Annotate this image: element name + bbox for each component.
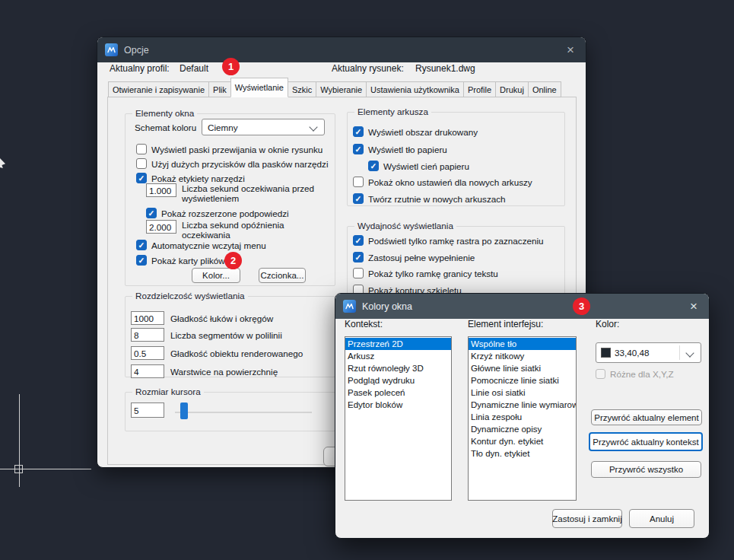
checkbox-label: Pokaż karty plików	[151, 256, 225, 266]
checked-checkbox[interactable]: ✓	[136, 173, 147, 183]
unchecked-checkbox[interactable]	[136, 144, 147, 154]
tab-wybieranie[interactable]: Wybieranie	[316, 81, 367, 97]
context-label: Kontekst:	[345, 319, 383, 329]
unchecked-checkbox[interactable]	[136, 158, 147, 169]
group-title: Rozdzielczość wyświetlania	[132, 291, 248, 301]
resolution-label: Gładkość obiektu renderowanego	[170, 348, 303, 358]
list-item[interactable]: Dynamiczne linie wymiarowe	[469, 399, 576, 411]
checked-checkbox[interactable]: ✓	[353, 235, 364, 246]
list-item[interactable]: Wspólne tło	[469, 338, 576, 350]
resolution-input[interactable]	[131, 346, 164, 360]
unchecked-checkbox[interactable]	[353, 268, 364, 278]
tab-ustawienia-użytkownika[interactable]: Ustawienia użytkownika	[366, 81, 464, 97]
checkbox-label: Podświetl tylko ramkę rastra po zaznacze…	[368, 236, 544, 246]
font-button[interactable]: Czcionka...	[259, 268, 306, 283]
color-dropdown[interactable]: 33,40,48	[596, 342, 701, 363]
list-item[interactable]: Tło dyn. etykiet	[469, 447, 576, 460]
checked-checkbox[interactable]: ✓	[353, 144, 364, 154]
list-item[interactable]: Arkusz	[345, 350, 451, 362]
group-title: Elementy okna	[132, 108, 197, 118]
window-colors-titlebar[interactable]: Kolory okna ×	[335, 294, 709, 319]
list-item[interactable]: Dynamiczne opisy	[469, 423, 576, 435]
current-profile-value: Default	[180, 62, 208, 75]
checkbox-row: ✓Podświetl tylko ramkę rastra po zaznacz…	[353, 233, 544, 248]
resolution-label: Warstwice na powierzchnię	[170, 367, 278, 377]
list-item[interactable]: Edytor bloków	[345, 399, 451, 411]
cursor-size-input[interactable]	[131, 402, 164, 418]
checked-checkbox[interactable]: ✓	[136, 240, 147, 250]
tab-szkic[interactable]: Szkic	[288, 81, 316, 97]
interface-element-label: Element interfejsu:	[468, 319, 543, 329]
options-titlebar[interactable]: Opcje ×	[97, 37, 586, 62]
group-title: Wydajność wyświetlania	[354, 221, 456, 231]
checkbox-row: ✓Wyświetl obszar drukowany	[353, 124, 478, 139]
checkbox-label: Użyj dużych przycisków dla pasków narzęd…	[151, 159, 329, 169]
checked-checkbox[interactable]: ✓	[368, 161, 379, 171]
tab-plik[interactable]: Plik	[208, 81, 231, 97]
checkbox-row: ✓Zastosuj pełne wypełnienie	[353, 250, 475, 265]
chevron-down-icon	[309, 123, 317, 131]
checkbox-label: Zastosuj pełne wypełnienie	[368, 253, 475, 262]
tab-drukuj[interactable]: Drukuj	[495, 81, 529, 97]
number-input[interactable]	[146, 220, 176, 234]
checkbox-row: ✓Pokaż rozszerzone podpowiedzi	[146, 205, 289, 221]
checkbox-row: Pokaż tylko ramkę granicy tekstu	[353, 266, 498, 281]
group-title: Elementy arkusza	[354, 107, 431, 116]
tab-wyświetlanie[interactable]: Wyświetlanie	[230, 78, 288, 97]
cursor-size-slider-track[interactable]	[175, 412, 312, 413]
list-item[interactable]: Linie osi siatki	[469, 387, 576, 399]
checked-checkbox[interactable]: ✓	[146, 208, 157, 218]
color-button[interactable]: Kolor...	[192, 268, 240, 283]
checkbox-label: Pokaż etykiety narzędzi	[151, 173, 245, 183]
checked-checkbox[interactable]: ✓	[353, 252, 364, 262]
checkbox-row: ✓Wyświetl tło papieru	[353, 142, 447, 157]
checked-checkbox[interactable]: ✓	[353, 193, 364, 204]
cursor-size-slider-thumb[interactable]	[180, 402, 188, 419]
resolution-row: Warstwice na powierzchnię	[131, 364, 278, 379]
restore-all-button[interactable]: Przywróć wszystko	[591, 461, 701, 478]
step-badge-3: 3	[573, 298, 590, 315]
checked-checkbox[interactable]: ✓	[353, 126, 364, 137]
checked-checkbox[interactable]: ✓	[136, 255, 147, 266]
number-label: Liczba sekund oczekiwania przed wyświetl…	[182, 183, 319, 203]
mouse-cursor-fragment	[0, 158, 5, 168]
checkbox-row: Użyj dużych przycisków dla pasków narzęd…	[136, 156, 329, 171]
app-logo-icon	[343, 300, 356, 313]
cancel-button[interactable]: Anuluj	[629, 509, 694, 528]
step-badge-2: 2	[224, 252, 242, 269]
color-scheme-dropdown[interactable]: Ciemny	[202, 119, 325, 135]
list-item[interactable]: Krzyż nitkowy	[469, 350, 576, 362]
step-badge-1: 1	[222, 58, 240, 75]
unchecked-checkbox[interactable]	[353, 177, 364, 187]
restore-current-element-button[interactable]: Przywróć aktualny element	[591, 409, 702, 425]
apply-and-close-button[interactable]: Zastosuj i zamknij	[552, 509, 622, 528]
resolution-input[interactable]	[131, 364, 164, 378]
options-dialog-title: Opcje	[124, 45, 149, 56]
checkbox-label: Pokaż okno ustawień dla nowych arkuszy	[368, 177, 532, 187]
color-scheme-label: Schemat koloru	[135, 123, 196, 132]
list-item[interactable]: Podgląd wydruku	[345, 374, 451, 387]
xyz-checkbox-row: Różne dla X,Y,Z	[596, 369, 674, 379]
close-icon[interactable]: ×	[678, 294, 709, 319]
list-item[interactable]: Rzut równoległy 3D	[345, 362, 451, 374]
list-item[interactable]: Kontur dyn. etykiet	[469, 435, 576, 447]
resolution-input[interactable]	[131, 328, 164, 342]
tab-online[interactable]: Online	[528, 81, 561, 97]
restore-current-context-button[interactable]: Przywróć aktualny kontekst	[589, 432, 703, 451]
current-profile-label: Aktualny profil:	[110, 62, 170, 75]
list-item[interactable]: Linia zespołu	[469, 411, 576, 423]
number-row: Liczba sekund oczekiwania przed wyświetl…	[126, 183, 335, 208]
list-item[interactable]: Główne linie siatki	[469, 362, 576, 374]
current-drawing-value: Rysunek1.dwg	[415, 62, 475, 75]
list-item[interactable]: Przestrzeń 2D	[345, 338, 451, 350]
combo-separator	[679, 345, 680, 360]
resolution-row: Liczba segmentów w polilinii	[131, 327, 282, 342]
number-input[interactable]	[146, 183, 176, 197]
resolution-input[interactable]	[131, 311, 164, 325]
list-item[interactable]: Pasek poleceń	[345, 387, 451, 399]
resolution-row: Gładkość łuków i okręgów	[131, 310, 273, 326]
close-icon[interactable]: ×	[555, 37, 586, 62]
tab-profile[interactable]: Profile	[463, 81, 496, 97]
tab-otwieranie-i-zapisywanie[interactable]: Otwieranie i zapisywanie	[108, 81, 209, 97]
list-item[interactable]: Pomocnicze linie siatki	[469, 374, 576, 387]
